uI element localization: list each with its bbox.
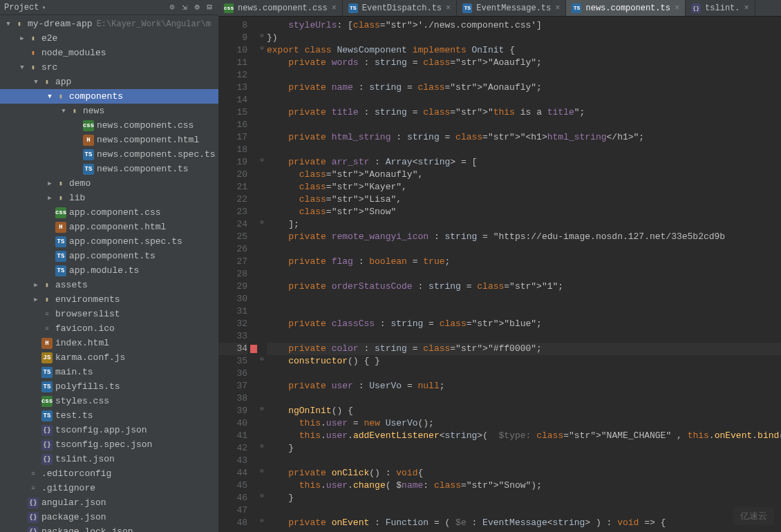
fold-marker[interactable]: ⊖: [257, 218, 267, 231]
line-number[interactable]: 48: [218, 517, 247, 529]
code-editor[interactable]: styleUrls: [class="str">'./news.componen…: [267, 17, 781, 532]
code-line[interactable]: ];: [267, 218, 781, 231]
line-number[interactable]: 39: [218, 405, 247, 417]
tree-item-angular-json[interactable]: {}angular.json: [0, 495, 218, 510]
fold-marker[interactable]: ⊖: [257, 156, 267, 169]
line-number[interactable]: 17: [218, 131, 247, 144]
fold-marker[interactable]: [257, 181, 267, 193]
code-line[interactable]: [267, 368, 781, 380]
close-icon[interactable]: ×: [744, 3, 749, 13]
tree-item-app-component-html[interactable]: Happ.component.html: [0, 220, 218, 234]
line-number[interactable]: 37: [218, 380, 247, 392]
tree-item-styles-css[interactable]: cssstyles.css: [0, 394, 218, 408]
fold-marker[interactable]: ⊖: [257, 517, 267, 529]
expand-arrow[interactable]: ▶: [30, 281, 41, 289]
line-number[interactable]: 12: [218, 69, 247, 82]
fold-marker[interactable]: ⊖: [257, 492, 267, 504]
tree-item-demo[interactable]: ▶▮demo: [0, 176, 218, 191]
tree-item-package-json[interactable]: {}package.json: [0, 510, 218, 524]
code-line[interactable]: private classCss : string = class="str">…: [267, 318, 781, 330]
tree-item-news[interactable]: ▼▮news: [0, 104, 218, 118]
tab-news-component-ts[interactable]: TSnews.component.ts×: [566, 0, 686, 16]
tree-item-tsconfig-app-json[interactable]: {}tsconfig.app.json: [0, 423, 218, 437]
fold-marker[interactable]: [257, 318, 267, 330]
code-line[interactable]: [267, 504, 781, 517]
fold-marker[interactable]: [257, 368, 267, 380]
fold-marker[interactable]: [257, 380, 267, 392]
tree-item-app-module-ts[interactable]: TSapp.module.ts: [0, 263, 218, 278]
line-number[interactable]: 13: [218, 82, 247, 94]
expand-arrow[interactable]: ▶: [44, 194, 55, 202]
code-line[interactable]: ngOnInit() {: [267, 405, 781, 417]
code-line[interactable]: private onClick() : void{: [267, 467, 781, 479]
code-line[interactable]: private name : string = class="str">"Aon…: [267, 82, 781, 94]
line-number[interactable]: 23: [218, 206, 247, 218]
code-line[interactable]: [267, 293, 781, 305]
code-line[interactable]: class="str">"Lisa",: [267, 193, 781, 206]
fold-marker[interactable]: [257, 57, 267, 69]
expand-arrow[interactable]: ▼: [30, 79, 41, 86]
expand-arrow[interactable]: ▶: [17, 35, 28, 42]
tree-item-tsconfig-spec-json[interactable]: {}tsconfig.spec.json: [0, 437, 218, 452]
line-number[interactable]: 41: [218, 430, 247, 442]
code-line[interactable]: [267, 305, 781, 318]
fold-marker[interactable]: [257, 504, 267, 517]
tab-tslint-[interactable]: {}tslint.×: [686, 0, 755, 16]
dropdown-icon[interactable]: ▾: [41, 3, 46, 12]
tree-item-news-component-html[interactable]: Hnews.component.html: [0, 133, 218, 147]
code-line[interactable]: class="str">"Snow": [267, 206, 781, 218]
tree-item-polyfills-ts[interactable]: TSpolyfills.ts: [0, 379, 218, 394]
tree-item-package-lock-json[interactable]: {}package lock json: [0, 524, 218, 532]
code-line[interactable]: private color : string = class="str">"#f…: [267, 343, 781, 355]
code-line[interactable]: this.user.addEventListener<string>( $typ…: [267, 430, 781, 442]
code-line[interactable]: [267, 94, 781, 106]
tree-item-app-component-spec-ts[interactable]: TSapp.component.spec.ts: [0, 234, 218, 249]
code-line[interactable]: private user : UserVo = null;: [267, 380, 781, 392]
project-title[interactable]: Project: [4, 3, 39, 12]
project-tree[interactable]: ▼▮my-dream-appE:\Kayer_Work\Angular\m▶▮e…: [0, 15, 218, 532]
fold-marker[interactable]: ⊖: [257, 32, 267, 44]
code-line[interactable]: [267, 144, 781, 156]
tree-item-karma-conf-js[interactable]: JSkarma.conf.js: [0, 350, 218, 365]
tree-item-news-component-css[interactable]: cssnews.component.css: [0, 118, 218, 133]
code-line[interactable]: private words : string = class="str">"Ao…: [267, 57, 781, 69]
fold-marker[interactable]: [257, 243, 267, 256]
tree-item-assets[interactable]: ▶▮assets: [0, 278, 218, 292]
close-icon[interactable]: ×: [332, 3, 337, 13]
line-number[interactable]: 19: [218, 156, 247, 169]
line-number[interactable]: 43: [218, 455, 247, 467]
code-line[interactable]: private html_string : string = class="st…: [267, 131, 781, 144]
fold-marker[interactable]: ⊖: [257, 44, 267, 57]
tree-item-environments[interactable]: ▶▮environments: [0, 292, 218, 307]
code-line[interactable]: }: [267, 492, 781, 504]
tab-news-component-css[interactable]: cssnews.component.css×: [218, 0, 343, 16]
tree-item-components[interactable]: ▼▮components: [0, 89, 218, 104]
tree-item-my-dream-app[interactable]: ▼▮my-dream-appE:\Kayer_Work\Angular\m: [0, 17, 218, 31]
fold-marker[interactable]: [257, 281, 267, 293]
expand-arrow[interactable]: ▶: [44, 180, 55, 187]
line-number[interactable]: 40: [218, 417, 247, 430]
line-number[interactable]: 34: [218, 343, 247, 355]
line-number[interactable]: 31: [218, 305, 247, 318]
code-line[interactable]: [267, 268, 781, 281]
line-number[interactable]: 44: [218, 467, 247, 479]
locate-icon[interactable]: ⊙: [166, 1, 178, 14]
code-line[interactable]: [267, 330, 781, 343]
fold-marker[interactable]: [257, 430, 267, 442]
code-line[interactable]: [267, 392, 781, 405]
code-line[interactable]: this.user.change( $name: class="str">"Sn…: [267, 479, 781, 492]
tree-item-browserslist[interactable]: ≡browserslist: [0, 307, 218, 321]
breakpoint-icon[interactable]: [250, 345, 257, 353]
line-number[interactable]: 20: [218, 169, 247, 181]
expand-arrow[interactable]: ▼: [58, 108, 69, 115]
tree-item-e2e[interactable]: ▶▮e2e: [0, 31, 218, 46]
line-number[interactable]: 33: [218, 330, 247, 343]
line-number[interactable]: 11: [218, 57, 247, 69]
code-line[interactable]: private onEvent : Function = ( $e : Even…: [267, 517, 781, 529]
fold-marker[interactable]: [257, 455, 267, 467]
tree-item--editorconfig[interactable]: ≡.editorconfig: [0, 466, 218, 481]
line-number[interactable]: 8: [218, 19, 247, 32]
tree-item--gitignore[interactable]: ≡.gitignore: [0, 481, 218, 495]
expand-arrow[interactable]: ▼: [17, 64, 28, 71]
line-number[interactable]: 38: [218, 392, 247, 405]
